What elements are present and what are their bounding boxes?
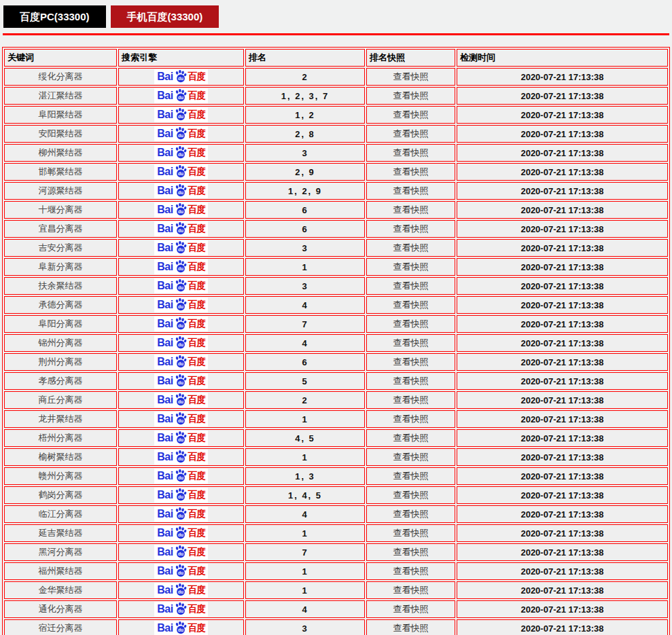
snapshot-link[interactable]: 查看快照 [366, 334, 455, 352]
keyword-cell: 孝感分离器 [4, 372, 117, 390]
svg-text:du: du [178, 609, 183, 613]
engine-cell: Bai du 百度 [118, 505, 244, 523]
baidu-logo-icon: Bai du 百度 [154, 278, 207, 293]
snapshot-link[interactable]: 查看快照 [366, 68, 455, 86]
snapshot-link[interactable]: 查看快照 [366, 372, 455, 390]
rank-cell: 7 [245, 315, 365, 333]
tab-mobile-baidu[interactable]: 手机百度(33300) [111, 5, 219, 28]
svg-text:du: du [178, 266, 183, 271]
snapshot-link[interactable]: 查看快照 [366, 239, 455, 257]
engine-cell: Bai du 百度 [118, 296, 244, 314]
rank-cell: 3 [245, 619, 365, 635]
svg-text:du: du [178, 628, 183, 632]
snapshot-link[interactable]: 查看快照 [366, 220, 455, 238]
baidu-paw-icon: du [174, 221, 188, 235]
snapshot-link[interactable]: 查看快照 [366, 486, 455, 504]
snapshot-link[interactable]: 查看快照 [366, 429, 455, 447]
snapshot-link[interactable]: 查看快照 [366, 353, 455, 371]
baidu-logo-cn-text: 百度 [188, 338, 205, 348]
snapshot-link[interactable]: 查看快照 [366, 315, 455, 333]
baidu-logo-bai-text: Bai [157, 261, 173, 272]
baidu-logo-bai-text: Bai [157, 357, 173, 367]
table-row: 榆树聚结器 Bai du 百度 1 查看快照 2020-07-21 17:13:… [4, 448, 668, 466]
detect-time-cell: 2020-07-21 17:13:38 [457, 391, 668, 409]
rank-cell: 1, 2 [245, 106, 365, 124]
keyword-cell: 黑河分离器 [4, 543, 117, 561]
detect-time-cell: 2020-07-21 17:13:38 [457, 410, 668, 428]
detect-time-cell: 2020-07-21 17:13:38 [457, 486, 668, 504]
red-divider [3, 33, 669, 35]
snapshot-link[interactable]: 查看快照 [366, 524, 455, 542]
engine-cell: Bai du 百度 [118, 334, 244, 352]
keyword-cell: 龙井聚结器 [4, 410, 117, 428]
baidu-logo-icon: Bai du 百度 [154, 88, 207, 103]
engine-cell: Bai du 百度 [118, 315, 244, 333]
svg-text:du: du [178, 399, 183, 404]
snapshot-link[interactable]: 查看快照 [366, 296, 455, 314]
engine-cell: Bai du 百度 [118, 410, 244, 428]
snapshot-link[interactable]: 查看快照 [366, 277, 455, 295]
snapshot-link[interactable]: 查看快照 [366, 87, 455, 105]
snapshot-link[interactable]: 查看快照 [366, 562, 455, 580]
detect-time-cell: 2020-07-21 17:13:38 [457, 372, 668, 390]
detect-time-cell: 2020-07-21 17:13:38 [457, 258, 668, 276]
table-row: 赣州分离器 Bai du 百度 1, 3 查看快照 2020-07-21 17:… [4, 467, 668, 485]
col-header-time: 检测时间 [457, 49, 668, 67]
rank-cell: 1, 2, 9 [245, 182, 365, 200]
detect-time-cell: 2020-07-21 17:13:38 [457, 581, 668, 599]
baidu-logo-icon: Bai du 百度 [154, 374, 207, 388]
snapshot-link[interactable]: 查看快照 [366, 619, 455, 635]
engine-cell: Bai du 百度 [118, 543, 244, 561]
keyword-cell: 榆树聚结器 [4, 448, 117, 466]
snapshot-link[interactable]: 查看快照 [366, 182, 455, 200]
baidu-logo-icon: Bai du 百度 [154, 221, 207, 236]
baidu-logo-icon: Bai du 百度 [154, 335, 207, 350]
keyword-cell: 临江分离器 [4, 505, 117, 523]
detect-time-cell: 2020-07-21 17:13:38 [457, 315, 668, 333]
rank-cell: 1 [245, 410, 365, 428]
keyword-cell: 金华聚结器 [4, 581, 117, 599]
rank-cell: 2, 8 [245, 125, 365, 143]
rank-cell: 6 [245, 201, 365, 219]
snapshot-link[interactable]: 查看快照 [366, 258, 455, 276]
rank-cell: 1 [245, 562, 365, 580]
snapshot-link[interactable]: 查看快照 [366, 410, 455, 428]
svg-text:du: du [178, 437, 183, 442]
baidu-logo-cn-text: 百度 [188, 300, 205, 310]
baidu-logo-bai-text: Bai [157, 376, 173, 386]
snapshot-link[interactable]: 查看快照 [366, 106, 455, 124]
tab-bar: 百度PC(33300) 手机百度(33300) [0, 0, 672, 28]
snapshot-link[interactable]: 查看快照 [366, 600, 455, 618]
svg-text:du: du [178, 494, 183, 499]
snapshot-link[interactable]: 查看快照 [366, 144, 455, 162]
col-header-keyword: 关键词 [4, 49, 117, 67]
rank-cell: 2 [245, 391, 365, 409]
keyword-cell: 扶余聚结器 [4, 277, 117, 295]
keyword-cell: 阜新分离器 [4, 258, 117, 276]
snapshot-link[interactable]: 查看快照 [366, 448, 455, 466]
baidu-paw-icon: du [174, 545, 188, 558]
baidu-logo-icon: Bai du 百度 [154, 69, 207, 84]
snapshot-link[interactable]: 查看快照 [366, 543, 455, 561]
svg-text:du: du [178, 285, 183, 290]
snapshot-link[interactable]: 查看快照 [366, 201, 455, 219]
detect-time-cell: 2020-07-21 17:13:38 [457, 87, 668, 105]
rank-cell: 3 [245, 277, 365, 295]
table-row: 阜阳聚结器 Bai du 百度 1, 2 查看快照 2020-07-21 17:… [4, 106, 668, 124]
svg-text:du: du [178, 95, 183, 100]
svg-text:du: du [178, 190, 183, 195]
snapshot-link[interactable]: 查看快照 [366, 505, 455, 523]
snapshot-link[interactable]: 查看快照 [366, 125, 455, 143]
baidu-paw-icon: du [174, 507, 188, 520]
tab-baidu-pc[interactable]: 百度PC(33300) [3, 5, 106, 28]
detect-time-cell: 2020-07-21 17:13:38 [457, 68, 668, 86]
baidu-logo-cn-text: 百度 [188, 604, 205, 614]
keyword-cell: 荆州分离器 [4, 353, 117, 371]
table-body: 绥化分离器 Bai du 百度 2 查看快照 2020-07-21 17:13:… [4, 68, 668, 635]
baidu-logo-icon: Bai du 百度 [154, 545, 207, 560]
baidu-logo-icon: Bai du 百度 [154, 488, 207, 503]
snapshot-link[interactable]: 查看快照 [366, 467, 455, 485]
snapshot-link[interactable]: 查看快照 [366, 163, 455, 181]
snapshot-link[interactable]: 查看快照 [366, 581, 455, 599]
snapshot-link[interactable]: 查看快照 [366, 391, 455, 409]
